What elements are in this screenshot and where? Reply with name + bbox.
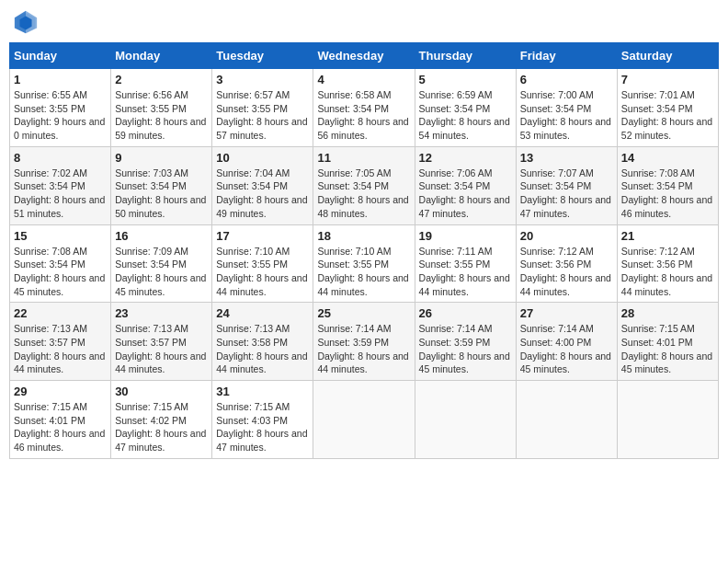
day-info: Sunrise: 7:05 AMSunset: 3:54 PMDaylight:… bbox=[317, 167, 410, 221]
calendar-header-row: SundayMondayTuesdayWednesdayThursdayFrid… bbox=[10, 43, 719, 69]
calendar-week-row: 1Sunrise: 6:55 AMSunset: 3:55 PMDaylight… bbox=[10, 69, 719, 147]
calendar-day-cell: 28Sunrise: 7:15 AMSunset: 4:01 PMDayligh… bbox=[617, 303, 718, 381]
day-info: Sunrise: 7:15 AMSunset: 4:02 PMDaylight:… bbox=[115, 400, 208, 454]
day-number: 14 bbox=[621, 151, 714, 165]
day-info: Sunrise: 7:10 AMSunset: 3:55 PMDaylight:… bbox=[216, 245, 309, 299]
calendar-week-row: 8Sunrise: 7:02 AMSunset: 3:54 PMDaylight… bbox=[10, 146, 719, 224]
day-info: Sunrise: 6:56 AMSunset: 3:55 PMDaylight:… bbox=[115, 88, 208, 143]
calendar-week-row: 29Sunrise: 7:15 AMSunset: 4:01 PMDayligh… bbox=[10, 381, 719, 459]
calendar-day-cell: 15Sunrise: 7:08 AMSunset: 3:54 PMDayligh… bbox=[10, 224, 111, 303]
calendar-week-row: 22Sunrise: 7:13 AMSunset: 3:57 PMDayligh… bbox=[10, 303, 719, 381]
day-info: Sunrise: 7:12 AMSunset: 3:56 PMDaylight:… bbox=[621, 245, 714, 299]
day-number: 19 bbox=[419, 229, 512, 243]
day-number: 8 bbox=[14, 151, 107, 165]
weekday-header: Sunday bbox=[10, 43, 111, 69]
calendar-day-cell: 11Sunrise: 7:05 AMSunset: 3:54 PMDayligh… bbox=[313, 146, 415, 224]
calendar-day-cell: 17Sunrise: 7:10 AMSunset: 3:55 PMDayligh… bbox=[212, 224, 313, 303]
day-number: 10 bbox=[216, 151, 309, 165]
day-info: Sunrise: 7:02 AMSunset: 3:54 PMDaylight:… bbox=[14, 167, 107, 221]
day-info: Sunrise: 6:58 AMSunset: 3:54 PMDaylight:… bbox=[317, 88, 410, 143]
day-info: Sunrise: 6:59 AMSunset: 3:54 PMDaylight:… bbox=[419, 88, 512, 143]
day-info: Sunrise: 7:11 AMSunset: 3:55 PMDaylight:… bbox=[419, 245, 512, 299]
calendar-day-cell: 24Sunrise: 7:13 AMSunset: 3:58 PMDayligh… bbox=[212, 303, 313, 381]
day-number: 22 bbox=[14, 306, 107, 320]
weekday-header: Wednesday bbox=[313, 43, 415, 69]
calendar-day-cell: 8Sunrise: 7:02 AMSunset: 3:54 PMDaylight… bbox=[10, 146, 111, 224]
calendar-day-cell: 4Sunrise: 6:58 AMSunset: 3:54 PMDaylight… bbox=[313, 69, 415, 147]
day-number: 16 bbox=[115, 229, 208, 243]
calendar-day-cell: 1Sunrise: 6:55 AMSunset: 3:55 PMDaylight… bbox=[10, 69, 111, 147]
day-info: Sunrise: 7:04 AMSunset: 3:54 PMDaylight:… bbox=[216, 167, 309, 221]
calendar-day-cell: 21Sunrise: 7:12 AMSunset: 3:56 PMDayligh… bbox=[617, 224, 718, 303]
day-info: Sunrise: 7:07 AMSunset: 3:54 PMDaylight:… bbox=[520, 167, 613, 221]
calendar-day-cell: 5Sunrise: 6:59 AMSunset: 3:54 PMDaylight… bbox=[415, 69, 516, 147]
weekday-header: Thursday bbox=[415, 43, 516, 69]
calendar-day-cell: 31Sunrise: 7:15 AMSunset: 4:03 PMDayligh… bbox=[212, 381, 313, 459]
calendar-day-cell: 10Sunrise: 7:04 AMSunset: 3:54 PMDayligh… bbox=[212, 146, 313, 224]
day-number: 30 bbox=[115, 385, 208, 398]
day-info: Sunrise: 7:13 AMSunset: 3:58 PMDaylight:… bbox=[216, 322, 309, 376]
calendar-week-row: 15Sunrise: 7:08 AMSunset: 3:54 PMDayligh… bbox=[10, 224, 719, 303]
day-info: Sunrise: 7:00 AMSunset: 3:54 PMDaylight:… bbox=[520, 88, 613, 143]
day-info: Sunrise: 6:55 AMSunset: 3:55 PMDaylight:… bbox=[14, 88, 107, 143]
day-number: 31 bbox=[216, 385, 309, 398]
day-number: 15 bbox=[14, 229, 107, 243]
day-info: Sunrise: 7:15 AMSunset: 4:01 PMDaylight:… bbox=[14, 400, 107, 454]
calendar-day-cell: 12Sunrise: 7:06 AMSunset: 3:54 PMDayligh… bbox=[415, 146, 516, 224]
day-info: Sunrise: 7:03 AMSunset: 3:54 PMDaylight:… bbox=[115, 167, 208, 221]
calendar-day-cell: 16Sunrise: 7:09 AMSunset: 3:54 PMDayligh… bbox=[111, 224, 212, 303]
calendar-day-cell: 22Sunrise: 7:13 AMSunset: 3:57 PMDayligh… bbox=[10, 303, 111, 381]
day-number: 7 bbox=[621, 73, 714, 86]
day-info: Sunrise: 7:15 AMSunset: 4:03 PMDaylight:… bbox=[216, 400, 309, 454]
day-info: Sunrise: 7:08 AMSunset: 3:54 PMDaylight:… bbox=[621, 167, 714, 221]
calendar-day-cell: 2Sunrise: 6:56 AMSunset: 3:55 PMDaylight… bbox=[111, 69, 212, 147]
day-number: 5 bbox=[419, 73, 512, 86]
day-info: Sunrise: 6:57 AMSunset: 3:55 PMDaylight:… bbox=[216, 88, 309, 143]
day-info: Sunrise: 7:13 AMSunset: 3:57 PMDaylight:… bbox=[115, 322, 208, 376]
weekday-header: Monday bbox=[111, 43, 212, 69]
weekday-header: Tuesday bbox=[212, 43, 313, 69]
day-info: Sunrise: 7:13 AMSunset: 3:57 PMDaylight:… bbox=[14, 322, 107, 376]
calendar-day-cell: 25Sunrise: 7:14 AMSunset: 3:59 PMDayligh… bbox=[313, 303, 415, 381]
day-info: Sunrise: 7:06 AMSunset: 3:54 PMDaylight:… bbox=[419, 167, 512, 221]
empty-cell bbox=[415, 381, 516, 459]
day-number: 11 bbox=[317, 151, 410, 165]
day-number: 6 bbox=[520, 73, 613, 86]
calendar-day-cell: 20Sunrise: 7:12 AMSunset: 3:56 PMDayligh… bbox=[516, 224, 617, 303]
day-info: Sunrise: 7:15 AMSunset: 4:01 PMDaylight:… bbox=[621, 322, 714, 376]
calendar-day-cell: 29Sunrise: 7:15 AMSunset: 4:01 PMDayligh… bbox=[10, 381, 111, 459]
day-number: 12 bbox=[419, 151, 512, 165]
calendar-day-cell: 26Sunrise: 7:14 AMSunset: 3:59 PMDayligh… bbox=[415, 303, 516, 381]
day-number: 21 bbox=[621, 229, 714, 243]
calendar-day-cell: 13Sunrise: 7:07 AMSunset: 3:54 PMDayligh… bbox=[516, 146, 617, 224]
weekday-header: Friday bbox=[516, 43, 617, 69]
logo bbox=[13, 9, 40, 35]
calendar-day-cell: 18Sunrise: 7:10 AMSunset: 3:55 PMDayligh… bbox=[313, 224, 415, 303]
calendar-day-cell: 19Sunrise: 7:11 AMSunset: 3:55 PMDayligh… bbox=[415, 224, 516, 303]
day-number: 1 bbox=[14, 73, 107, 86]
calendar-table: SundayMondayTuesdayWednesdayThursdayFrid… bbox=[9, 42, 719, 459]
day-number: 24 bbox=[216, 306, 309, 320]
calendar-day-cell: 23Sunrise: 7:13 AMSunset: 3:57 PMDayligh… bbox=[111, 303, 212, 381]
day-info: Sunrise: 7:12 AMSunset: 3:56 PMDaylight:… bbox=[520, 245, 613, 299]
day-info: Sunrise: 7:14 AMSunset: 3:59 PMDaylight:… bbox=[419, 322, 512, 376]
empty-cell bbox=[516, 381, 617, 459]
day-number: 13 bbox=[520, 151, 613, 165]
calendar-day-cell: 27Sunrise: 7:14 AMSunset: 4:00 PMDayligh… bbox=[516, 303, 617, 381]
calendar-day-cell: 6Sunrise: 7:00 AMSunset: 3:54 PMDaylight… bbox=[516, 69, 617, 147]
calendar-day-cell: 9Sunrise: 7:03 AMSunset: 3:54 PMDaylight… bbox=[111, 146, 212, 224]
day-number: 17 bbox=[216, 229, 309, 243]
day-number: 29 bbox=[14, 385, 107, 398]
day-info: Sunrise: 7:01 AMSunset: 3:54 PMDaylight:… bbox=[621, 88, 714, 143]
calendar-day-cell: 7Sunrise: 7:01 AMSunset: 3:54 PMDaylight… bbox=[617, 69, 718, 147]
day-number: 27 bbox=[520, 306, 613, 320]
day-number: 2 bbox=[115, 73, 208, 86]
day-info: Sunrise: 7:09 AMSunset: 3:54 PMDaylight:… bbox=[115, 245, 208, 299]
empty-cell bbox=[313, 381, 415, 459]
day-number: 23 bbox=[115, 306, 208, 320]
day-number: 18 bbox=[317, 229, 410, 243]
calendar-day-cell: 3Sunrise: 6:57 AMSunset: 3:55 PMDaylight… bbox=[212, 69, 313, 147]
day-info: Sunrise: 7:10 AMSunset: 3:55 PMDaylight:… bbox=[317, 245, 410, 299]
day-number: 3 bbox=[216, 73, 309, 86]
day-number: 9 bbox=[115, 151, 208, 165]
